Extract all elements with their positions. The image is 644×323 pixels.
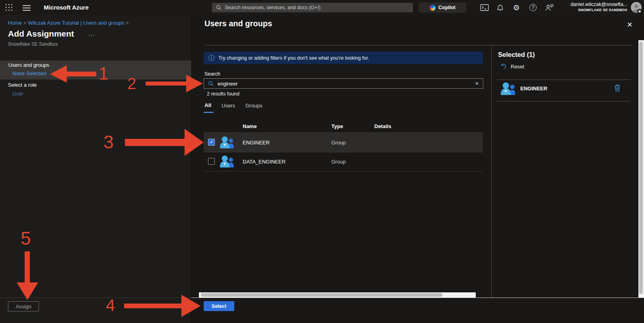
vertical-scrollbar[interactable] — [638, 40, 644, 298]
flyout-header-divider — [204, 45, 632, 45]
row-type: Group — [331, 159, 346, 165]
vertical-scrollbar-thumb[interactable] — [639, 42, 643, 294]
page-subtitle: Snowflake SE Sandbox — [8, 41, 58, 47]
row-name: DATA_ENGINEER — [243, 159, 286, 165]
waffle-menu-icon[interactable] — [6, 4, 13, 11]
step1-number: 1 — [99, 64, 108, 84]
step3-arrow-shaft — [125, 139, 185, 146]
account-tenant: SNOWFLAKE SE SANDBOX — [570, 8, 627, 12]
clear-search-icon[interactable]: ✕ — [475, 81, 479, 86]
role-user-link[interactable]: User — [12, 91, 23, 97]
reset-label: Reset — [511, 64, 524, 70]
assign-button[interactable]: Assign — [8, 301, 39, 311]
step3-number: 3 — [103, 131, 114, 153]
product-title: Microsoft Azure — [44, 4, 89, 11]
delete-trash-icon[interactable] — [614, 84, 621, 91]
breadcrumb-home-link[interactable]: Home — [8, 20, 22, 26]
feedback-button[interactable] — [544, 2, 555, 13]
notifications-button[interactable] — [495, 2, 505, 13]
group-icon — [500, 82, 517, 95]
top-bar: Microsoft Azure Search resources, servic… — [0, 0, 644, 15]
row-checkbox-checked[interactable]: ✓ — [208, 139, 215, 146]
reset-undo-icon — [500, 63, 507, 70]
account-name: daniel.wilczak@snowfla... — [570, 2, 627, 8]
column-header-type[interactable]: Type — [331, 123, 343, 129]
step5-arrowhead — [17, 282, 38, 300]
step4-number: 4 — [106, 296, 115, 315]
selected-panel-title: Selected (1) — [498, 51, 535, 58]
active-tab-underline — [204, 112, 214, 113]
cloud-shell-button[interactable] — [479, 2, 490, 13]
column-header-name[interactable]: Name — [243, 123, 257, 129]
more-options-icon[interactable]: ··· — [88, 32, 95, 38]
horizontal-scrollbar[interactable] — [199, 292, 476, 298]
search-label: Search — [204, 71, 220, 77]
row-name: ENGINEER — [243, 140, 270, 146]
settings-button[interactable]: ⚙ — [511, 2, 521, 13]
results-count: 2 results found — [207, 91, 239, 97]
flyout-footer-divider — [191, 298, 644, 298]
reset-button[interactable]: Reset — [500, 63, 524, 70]
step1-arrowhead — [50, 65, 67, 83]
breadcrumb-current-link[interactable]: Wilczak Azure Tutorial | Users and group… — [28, 20, 124, 26]
search-icon — [216, 5, 222, 10]
row-checkbox-unchecked[interactable] — [208, 158, 215, 165]
flyout-search-input[interactable]: engineer ✕ — [204, 78, 483, 89]
info-icon: i — [208, 55, 214, 61]
step2-number: 2 — [127, 75, 136, 93]
users-groups-field-label: Users and groups — [8, 62, 49, 68]
users-groups-none-selected-link[interactable]: None Selected — [12, 70, 46, 76]
step4-arrowhead — [181, 295, 200, 317]
selected-item-name: ENGINEER — [520, 86, 547, 91]
account-menu[interactable]: daniel.wilczak@snowfla... SNOWFLAKE SE S… — [570, 2, 627, 12]
page-title: Add Assignment — [8, 29, 74, 39]
terminal-icon — [480, 4, 489, 11]
breadcrumb-separator: > — [126, 20, 128, 26]
gear-icon: ⚙ — [513, 3, 519, 12]
selected-divider — [497, 80, 630, 80]
selected-divider — [497, 101, 630, 101]
copilot-label: Copilot — [438, 5, 455, 10]
step5-number: 5 — [21, 228, 31, 249]
search-value: engineer — [218, 81, 471, 87]
horizontal-scrollbar-thumb[interactable] — [201, 293, 442, 297]
check-icon: ✓ — [210, 140, 213, 145]
global-search-placeholder: Search resources, services, and docs (G+… — [225, 5, 321, 10]
tab-groups[interactable]: Groups — [245, 103, 263, 109]
tab-users[interactable]: Users — [222, 103, 235, 109]
table-divider — [204, 171, 483, 171]
step3-arrowhead — [185, 129, 204, 156]
step1-arrow-shaft — [66, 72, 96, 76]
step2-arrow-shaft — [146, 82, 187, 86]
copilot-icon — [430, 5, 436, 11]
global-search-input[interactable]: Search resources, services, and docs (G+… — [212, 3, 413, 12]
bell-icon — [496, 4, 504, 12]
feedback-person-icon — [545, 4, 554, 11]
info-banner: i Try changing or adding filters if you … — [204, 52, 483, 64]
tab-all[interactable]: All — [204, 102, 211, 108]
step2-arrowhead — [186, 75, 203, 92]
help-button[interactable]: ? — [528, 2, 538, 13]
info-banner-text: Try changing or adding filters if you do… — [218, 55, 369, 61]
step5-arrow-shaft — [25, 251, 30, 283]
flyout-title: Users and groups — [204, 19, 272, 28]
group-icon — [220, 136, 235, 149]
search-icon — [208, 81, 214, 86]
close-icon[interactable]: ✕ — [627, 21, 632, 28]
row-type: Group — [331, 140, 346, 146]
breadcrumb-separator: > — [23, 20, 26, 26]
breadcrumb: Home > Wilczak Azure Tutorial | Users an… — [8, 19, 128, 26]
azure-portal: { "topbar": { "product": "Microsoft Azur… — [0, 0, 644, 323]
help-icon: ? — [529, 4, 537, 11]
lock-icon — [637, 9, 642, 14]
select-button[interactable]: Select — [204, 301, 234, 311]
group-icon — [220, 155, 235, 168]
select-role-label: Select a role — [8, 82, 37, 88]
panel-divider — [491, 45, 492, 298]
copilot-button[interactable]: Copilot — [419, 2, 466, 13]
step4-arrow-shaft — [124, 304, 182, 308]
hamburger-menu-icon[interactable] — [23, 5, 31, 11]
column-header-details[interactable]: Details — [374, 123, 391, 129]
